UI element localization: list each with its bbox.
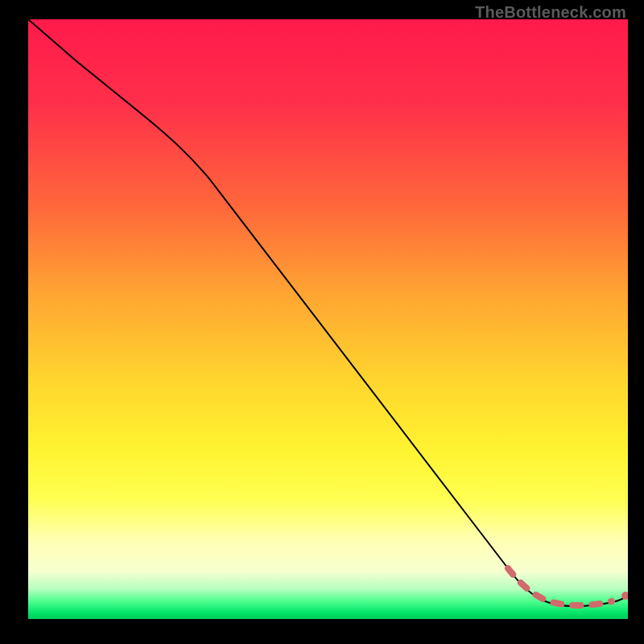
chart-stage: TheBottleneck.com [0,0,644,644]
plot-area [28,19,628,619]
bottleneck-curve-line [28,19,628,606]
chart-svg [28,19,628,619]
optimum-region-line [508,568,612,605]
